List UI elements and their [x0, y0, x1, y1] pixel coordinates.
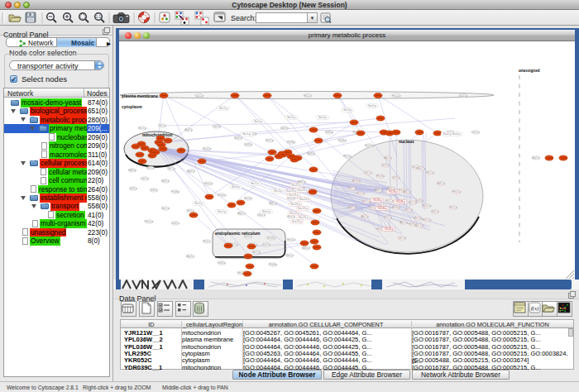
svg-text:Pma1-p: Pma1-p [452, 190, 462, 194]
svg-text:Cdc1-p: Cdc1-p [364, 171, 372, 174]
svg-text:Cdc1-p: Cdc1-p [398, 237, 406, 240]
svg-text:nucleus: nucleus [399, 139, 414, 144]
svg-text:Atp2-p: Atp2-p [237, 212, 246, 215]
svg-text:Cdc1-p: Cdc1-p [471, 131, 481, 134]
svg-text:Snc4-p: Snc4-p [318, 116, 327, 119]
svg-text:Sec23-p: Sec23-p [298, 207, 308, 210]
svg-text:Yil128-p: Yil128-p [372, 198, 382, 202]
svg-text:Pma1-p: Pma1-p [417, 167, 426, 170]
svg-text:Fks1-p: Fks1-p [266, 139, 274, 142]
svg-text:Sec23-p: Sec23-p [290, 203, 300, 206]
svg-text:Atp2-p: Atp2-p [361, 215, 368, 218]
svg-text:Ybr1-p: Ybr1-p [404, 208, 413, 212]
svg-text:Atp2-p: Atp2-p [403, 190, 410, 194]
svg-text:Yil128-p: Yil128-p [395, 200, 405, 203]
svg-text:Fks1-p: Fks1-p [343, 155, 352, 158]
svg-text:Hxt2-p: Hxt2-p [287, 215, 295, 218]
svg-text:Sec23-p: Sec23-p [292, 220, 302, 223]
svg-text:Pho8-p: Pho8-p [267, 237, 276, 240]
svg-text:Yil128-p: Yil128-p [384, 227, 394, 231]
svg-text:Gal2-p: Gal2-p [262, 243, 270, 246]
svg-text:Ybr1-p: Ybr1-p [285, 254, 294, 257]
svg-text:Snc2-p: Snc2-p [219, 107, 227, 110]
svg-text:Mdl1-p: Mdl1-p [437, 182, 445, 185]
svg-text:cytoplasm: cytoplasm [122, 104, 142, 109]
svg-text:Snc3-p: Snc3-p [287, 116, 295, 119]
svg-text:Vma2-p: Vma2-p [202, 147, 211, 151]
svg-text:Sec23-p: Sec23-p [286, 189, 296, 193]
svg-text:Pma1-p: Pma1-p [423, 204, 432, 208]
svg-text:Snc8-p: Snc8-p [232, 185, 240, 189]
svg-text:Pho8-p: Pho8-p [171, 190, 180, 194]
svg-text:Gal2-p: Gal2-p [384, 216, 392, 219]
svg-text:Snf3-p: Snf3-p [218, 261, 226, 265]
svg-text:1:1: 1:1 [96, 15, 102, 19]
svg-text:Snf3-p: Snf3-p [325, 131, 333, 134]
svg-text:Mdl1-p: Mdl1-p [302, 246, 310, 250]
svg-text:Sec1-p: Sec1-p [161, 207, 170, 210]
svg-text:Hxt2-p: Hxt2-p [234, 136, 242, 140]
svg-text:Sec23-p: Sec23-p [299, 198, 309, 201]
svg-text:plasma membrane: plasma membrane [122, 93, 158, 98]
svg-text:Gal2-p: Gal2-p [356, 192, 365, 195]
svg-text:Atp2-p: Atp2-p [186, 255, 194, 258]
svg-text:Mdl1-p: Mdl1-p [375, 189, 383, 192]
svg-text:Vma2-p: Vma2-p [286, 238, 295, 241]
svg-text:Gal2-p: Gal2-p [459, 94, 467, 98]
svg-text:Fks1-p: Fks1-p [244, 197, 252, 200]
svg-text:Hxt2-p: Hxt2-p [304, 94, 312, 98]
svg-text:unassigned: unassigned [519, 69, 540, 73]
svg-text:Fks1-p: Fks1-p [203, 240, 211, 243]
svg-text:Sec1-p: Sec1-p [409, 201, 417, 204]
svg-text:Snf3-p: Snf3-p [392, 176, 400, 179]
svg-text:Atp2-p: Atp2-p [187, 170, 195, 173]
svg-text:Hxt2-p: Hxt2-p [431, 210, 438, 213]
svg-text:Pho8-p: Pho8-p [269, 263, 278, 266]
svg-text:Sec23-p: Sec23-p [298, 189, 308, 192]
svg-text:Pho8-p: Pho8-p [352, 179, 361, 183]
svg-text:Mdl1-p: Mdl1-p [128, 169, 136, 172]
svg-text:Pho8-p: Pho8-p [376, 174, 385, 178]
svg-text:Snc3-p: Snc3-p [274, 189, 282, 193]
svg-text:Atp2-p: Atp2-p [400, 221, 407, 224]
svg-text:Fks1-p: Fks1-p [385, 199, 394, 203]
svg-text:Snf3-p: Snf3-p [244, 143, 252, 146]
svg-text:Ybr1-p: Ybr1-p [186, 209, 194, 213]
svg-text:Vma2-p: Vma2-p [364, 144, 373, 147]
svg-text:Vma2-p: Vma2-p [423, 218, 432, 222]
svg-text:Sec1-p: Sec1-p [415, 224, 423, 227]
svg-text:Snc7-p: Snc7-p [251, 182, 259, 185]
svg-text:Gal2-p: Gal2-p [171, 222, 179, 225]
svg-text:Snc2-p: Snc2-p [194, 202, 203, 205]
svg-text:Yil128-p: Yil128-p [377, 207, 387, 210]
svg-text:Snf3-p: Snf3-p [150, 189, 158, 192]
svg-text:Ybr1-p: Ybr1-p [348, 187, 356, 190]
svg-text:Mdl1-p: Mdl1-p [307, 152, 315, 155]
svg-text:Gal2-p: Gal2-p [129, 187, 137, 190]
svg-text:Sec23-p: Sec23-p [290, 212, 299, 215]
svg-text:endoplasmic reticulum: endoplasmic reticulum [215, 231, 261, 236]
svg-text:Cdc1-p: Cdc1-p [257, 213, 266, 217]
svg-text:Snf3-p: Snf3-p [381, 164, 389, 167]
svg-text:Snc6-p: Snc6-p [368, 104, 376, 108]
svg-text:Pma1-p: Pma1-p [203, 182, 213, 185]
svg-text:Fks1-p: Fks1-p [426, 171, 434, 174]
svg-text:Pma1-p: Pma1-p [391, 94, 400, 98]
svg-text:Sec23-p: Sec23-p [289, 194, 299, 197]
svg-text:Pho8-p: Pho8-p [287, 141, 296, 144]
svg-text:Pho8-p: Pho8-p [338, 139, 347, 142]
svg-text:Sec1-p: Sec1-p [138, 127, 146, 130]
svg-text:Pho8-p: Pho8-p [392, 206, 400, 209]
svg-text:Snc5-p: Snc5-p [343, 108, 352, 112]
svg-text:Yil128-p: Yil128-p [388, 190, 398, 194]
svg-text:Hxt2-p: Hxt2-p [161, 179, 170, 183]
svg-text:Pma1-p: Pma1-p [144, 220, 153, 223]
svg-text:Ybr1-p: Ybr1-p [167, 167, 175, 170]
svg-text:Sec23-p: Sec23-p [291, 184, 301, 187]
svg-text:Mdl1-p: Mdl1-p [348, 206, 356, 209]
svg-text:Fks1-p: Fks1-p [449, 206, 457, 209]
svg-text:Snc1-p: Snc1-p [218, 210, 226, 213]
svg-text:Atp2-p: Atp2-p [184, 128, 193, 131]
svg-text:Fks1-p: Fks1-p [287, 197, 295, 200]
svg-text:Cdc1-p: Cdc1-p [213, 125, 222, 128]
